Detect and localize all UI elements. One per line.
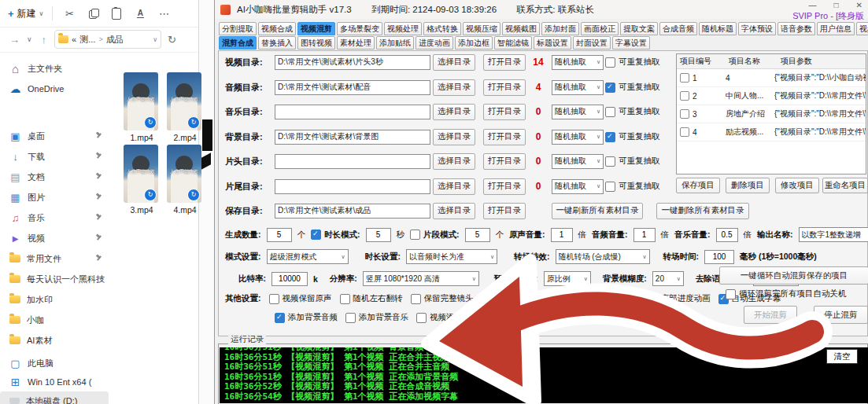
stop-mix-button[interactable]: 停止混剪	[814, 306, 868, 324]
tab[interactable]: 视频截图	[502, 22, 540, 35]
sidebar-item[interactable]: Win 10 Ent x64 (	[0, 373, 109, 391]
setting-checkbox[interactable]: 视频添加封面	[620, 312, 683, 323]
repeatable-checkbox[interactable]: 可重复抽取	[605, 106, 660, 117]
output-name-select[interactable]: 以数字1整数递增∨	[799, 227, 868, 242]
select-directory-button[interactable]: 选择目录	[433, 129, 475, 145]
sidebar-item[interactable]: 桌面	[0, 126, 109, 146]
auto-shutdown-checkbox[interactable]: 循环混剪完所有项目自动关机	[726, 288, 847, 299]
delete-all-directories-button[interactable]: 一键删除所有素材目录	[656, 203, 749, 219]
transition-select[interactable]: 随机转场 (合成慢)∨	[556, 249, 650, 264]
directory-input[interactable]	[275, 130, 430, 145]
tab[interactable]: 添加贴纸	[376, 36, 414, 50]
tab[interactable]: 合成音频	[659, 22, 697, 35]
setting-checkbox[interactable]: 视频添加背景	[416, 312, 479, 323]
setting-checkbox[interactable]: 转场插入素材	[577, 293, 640, 304]
tab[interactable]: 添加封面	[541, 22, 579, 35]
select-directory-button[interactable]: 选择目录	[433, 104, 475, 120]
setting-checkbox[interactable]: 视频添加边框	[549, 312, 612, 323]
tab[interactable]: 混剪合成	[219, 36, 257, 50]
orig-volume-input[interactable]	[551, 228, 573, 242]
setting-checkbox[interactable]: 底部进度动画	[648, 293, 711, 304]
directory-input[interactable]	[275, 105, 430, 119]
tab[interactable]: 字体预设	[738, 22, 776, 35]
transition-time-input[interactable]	[704, 250, 734, 264]
refresh-button[interactable]: ↻	[168, 34, 176, 46]
directory-input[interactable]	[275, 55, 430, 70]
row-checkbox[interactable]	[680, 127, 689, 137]
segment-mode-checkbox[interactable]: 片段模式:	[410, 230, 460, 241]
file-item[interactable]: 人生不能失败 ↻ 1.mp4	[124, 72, 160, 142]
tab[interactable]: 视频教程	[856, 22, 868, 35]
more-options-button[interactable]: ⋯	[154, 4, 173, 23]
tab[interactable]: 语音参数	[778, 22, 815, 35]
tab[interactable]: 字幕设置	[612, 36, 650, 50]
random-pick-select[interactable]: 随机抽取 ∨	[552, 55, 604, 70]
open-directory-button[interactable]: 打开目录	[483, 54, 526, 71]
rename-button[interactable]: A	[131, 4, 150, 23]
sidebar-item[interactable]: 小咖	[0, 310, 109, 330]
tab[interactable]: 视频压缩	[463, 22, 500, 35]
sidebar-item[interactable]: 常用文件	[0, 248, 109, 269]
setting-checkbox[interactable]: 视频保留原声	[269, 293, 332, 304]
tab[interactable]: 图转视频	[297, 36, 335, 50]
tab[interactable]: 分割提取	[219, 22, 257, 35]
maximize-button[interactable]: □	[834, 1, 839, 9]
random-pick-select[interactable]: 随机抽取 ∨	[552, 130, 604, 145]
row-checkbox[interactable]	[680, 73, 689, 83]
sidebar-item[interactable]: 下载	[0, 146, 109, 167]
music-volume-input[interactable]	[716, 228, 738, 242]
repeatable-checkbox[interactable]: 可重复抽取	[605, 82, 660, 93]
tab[interactable]: 素材处理	[337, 36, 375, 50]
sidebar-item[interactable]: AI素材	[0, 330, 109, 351]
table-row[interactable]: 2 中间人物... {"视频目录":"D:\\常用文件\\配...	[677, 87, 866, 105]
file-item[interactable]: 人生不能失败 ↻ 4.mp4	[167, 145, 203, 215]
save-directory-input[interactable]	[275, 204, 430, 219]
duration-input[interactable]	[366, 228, 391, 242]
repeatable-checkbox[interactable]: 可重复抽取	[605, 156, 660, 167]
setting-checkbox[interactable]: 添加背景音乐	[345, 312, 408, 323]
setting-checkbox[interactable]: 保留完整镜头	[411, 293, 474, 304]
file-item[interactable]: 人生不能失败 ↻ 3.mp4	[124, 145, 160, 215]
loop-auto-mix-button[interactable]: 一键循环自动混剪保存的项目	[719, 266, 868, 285]
setting-checkbox[interactable]: 随机左右翻转	[340, 293, 403, 304]
tab[interactable]: 多场景裂变	[337, 22, 382, 35]
sidebar-item[interactable]: 本地磁盘 (D:)	[0, 391, 109, 404]
segment-input[interactable]	[465, 228, 490, 242]
table-row[interactable]: 3 房地产介绍 {"视频目录":"D:\\常用文件\\视...	[677, 105, 866, 123]
sidebar-item[interactable]: 图片	[0, 187, 109, 208]
random-pick-select[interactable]: 随机抽取 ∨	[552, 154, 604, 169]
copy-button[interactable]	[83, 4, 102, 23]
blur-select[interactable]: 20∨	[652, 271, 684, 286]
open-directory-button[interactable]: 打开目录	[483, 203, 526, 219]
file-item[interactable]: 人生不能失败 ↻ 2.mp4	[167, 72, 203, 142]
length-select[interactable]: 以音频时长为准∨	[406, 249, 497, 264]
select-directory-button[interactable]: 选择目录	[433, 153, 475, 170]
tab[interactable]: 用户信息	[817, 22, 855, 35]
address-bar[interactable]: « 测... > 成品 ∨	[54, 30, 161, 49]
row-checkbox[interactable]	[680, 91, 689, 101]
tab[interactable]: 随机标题	[699, 22, 737, 35]
duration-mode-checkbox[interactable]: 时长模式:	[311, 230, 360, 241]
random-pick-select[interactable]: 随机抽取 ∨	[552, 105, 604, 119]
repeatable-checkbox[interactable]: 可重复抽取	[605, 131, 660, 142]
tab[interactable]: 封面设置	[573, 36, 611, 50]
row-checkbox[interactable]	[680, 109, 689, 119]
open-directory-button[interactable]: 打开目录	[483, 79, 526, 96]
repeatable-checkbox[interactable]: 可重复抽取	[605, 181, 660, 192]
random-pick-select[interactable]: 随机抽取 ∨	[552, 80, 604, 95]
tab[interactable]: 视频混剪	[297, 22, 335, 35]
tab[interactable]: 标题设置	[534, 36, 571, 50]
open-directory-button[interactable]: 打开目录	[483, 153, 526, 170]
resolution-select[interactable]: 竖屏 1080*1920 高清∨	[363, 271, 479, 286]
sidebar-item[interactable]: 每天认识一个黑科技	[0, 269, 109, 289]
tab[interactable]: 替换插入	[258, 36, 296, 50]
audio-volume-input[interactable]	[633, 228, 656, 242]
breadcrumb-current[interactable]: 成品	[106, 34, 124, 46]
open-directory-button[interactable]: 打开目录	[483, 178, 526, 195]
sidebar-item[interactable]: 音乐	[0, 208, 109, 228]
save-project-button[interactable]: 保存项目	[676, 178, 720, 193]
setting-checkbox[interactable]: 景模糊填充	[527, 293, 569, 304]
paste-button[interactable]	[107, 4, 126, 23]
random-pick-select[interactable]: 随机抽取 ∨	[552, 179, 604, 194]
select-directory-button[interactable]: 选择目录	[433, 203, 475, 219]
